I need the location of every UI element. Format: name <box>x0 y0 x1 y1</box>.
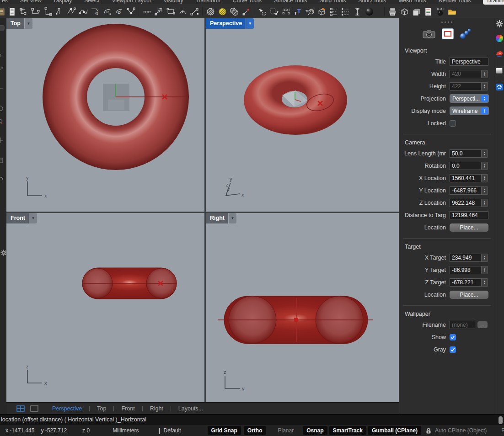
x-location-stepper[interactable]: ▲▼ <box>482 174 488 182</box>
menu-item-subd-tools[interactable]: SubD Tools <box>358 0 386 4</box>
viewport-properties-tab[interactable] <box>442 28 454 39</box>
selection-nodes-icon[interactable] <box>256 5 268 17</box>
viewport-title-label[interactable]: Perspective <box>206 18 246 29</box>
z-target-input[interactable] <box>450 278 482 287</box>
height-stepper[interactable]: ▲▼ <box>482 82 488 90</box>
curve-nodes-2-icon[interactable] <box>77 5 89 17</box>
z-target-stepper[interactable]: ▲▼ <box>482 278 488 287</box>
viewport-title-label[interactable]: Front <box>6 213 29 223</box>
clipped-tool-icon[interactable] <box>0 85 5 91</box>
dimension-height-icon[interactable] <box>351 5 363 17</box>
top-view-canvas[interactable]: y x <box>6 18 204 212</box>
panel-icon[interactable] <box>496 68 503 74</box>
clipped-tool-icon[interactable] <box>0 175 5 181</box>
box-edit-orange-icon[interactable] <box>316 5 327 17</box>
toggle-smarttrack[interactable]: SmartTrack <box>329 426 366 435</box>
tab-perspective[interactable]: Perspective <box>52 405 82 412</box>
dimension-vertical-icon[interactable] <box>42 5 54 17</box>
hatch-yellow-icon[interactable] <box>216 5 228 17</box>
chevron-down-icon[interactable]: ▼ <box>246 18 254 29</box>
clipped-tool-icon[interactable] <box>0 137 5 144</box>
front-view-canvas[interactable]: z x <box>6 213 204 402</box>
command-scrollbar-thumb[interactable] <box>499 416 503 424</box>
curve-nodes-icon[interactable] <box>65 5 77 17</box>
chevron-down-icon[interactable]: ▼ <box>29 213 37 223</box>
spheres-icon[interactable] <box>460 28 472 39</box>
clipped-tool-icon[interactable] <box>0 105 5 112</box>
selection-check-icon[interactable] <box>268 5 280 17</box>
menu-item-render-tools[interactable]: Render Tools <box>439 0 471 4</box>
menu-item-curve-tools[interactable]: Curve Tools <box>233 0 262 4</box>
dimension-2-icon[interactable]: [2] <box>153 5 165 17</box>
box-wireframe-icon[interactable] <box>398 5 410 17</box>
single-pane-layout-icon[interactable] <box>30 405 38 412</box>
viewport-right-title[interactable]: Right ▼ <box>206 213 236 223</box>
current-layer[interactable]: Default <box>163 427 181 434</box>
filename-input[interactable] <box>450 321 475 329</box>
camera-place-button[interactable]: Place... <box>450 223 488 232</box>
display-icon[interactable] <box>496 84 503 90</box>
viewport-perspective[interactable]: Perspective ▼ <box>206 18 399 212</box>
rectangle-nodes-icon[interactable] <box>165 5 177 17</box>
text-object-icon[interactable]: TEXT <box>141 5 153 17</box>
rotation-input[interactable] <box>450 162 482 170</box>
lens-length-stepper[interactable]: ▲▼ <box>482 149 488 158</box>
menu-item-surface-tools[interactable]: Surface Tools <box>274 0 307 4</box>
text-icon[interactable]: TEXT <box>280 5 292 17</box>
chevron-down-icon[interactable]: ▼ <box>229 213 236 223</box>
menu-item[interactable]: es <box>2 0 8 4</box>
x-target-input[interactable] <box>450 254 482 262</box>
viewport-title-label[interactable]: Top <box>6 18 24 29</box>
curve-corner-icon[interactable] <box>125 5 137 17</box>
text-style-blue-icon[interactable]: TT <box>292 5 304 17</box>
layers-stack-icon[interactable] <box>410 5 422 17</box>
polyline-dimension-icon[interactable] <box>54 5 65 17</box>
lock-icon[interactable] <box>426 428 431 434</box>
four-pane-layout-icon[interactable] <box>16 405 25 412</box>
x-target-stepper[interactable]: ▲▼ <box>482 254 488 262</box>
right-view-canvas[interactable]: z y <box>206 213 399 402</box>
toggle-gumball[interactable]: Gumball (CPlane) <box>368 426 421 435</box>
printer-icon[interactable] <box>386 5 398 17</box>
panel-drag-handle[interactable] <box>399 18 494 25</box>
height-input[interactable] <box>450 82 482 90</box>
menu-item-visibility[interactable]: Visibility <box>163 0 183 4</box>
viewport-perspective-title[interactable]: Perspective ▼ <box>206 18 254 29</box>
menu-item-viewport-layout[interactable]: Viewport Layout <box>112 0 151 4</box>
rhino-render-icon[interactable] <box>495 50 504 58</box>
command-line[interactable]: location (offset distance) ( Horizontal … <box>0 414 504 425</box>
menu-item-select[interactable]: Select <box>84 0 99 4</box>
dimension-point-icon[interactable] <box>18 5 30 17</box>
menu-item-transform[interactable]: Transform <box>196 0 220 4</box>
hatch-double-icon[interactable] <box>228 5 240 17</box>
text-find-icon[interactable]: TEXT <box>304 5 316 17</box>
show-checkbox[interactable] <box>450 334 456 340</box>
toggle-ortho[interactable]: Ortho <box>244 426 266 435</box>
title-input[interactable] <box>450 58 488 66</box>
viewport-title-label[interactable]: Right <box>206 213 228 223</box>
chevron-down-icon[interactable]: ▼ <box>25 18 32 29</box>
tab-right[interactable]: Right <box>150 405 163 412</box>
lens-length-input[interactable] <box>450 149 482 158</box>
viewport-top-title[interactable]: Top ▼ <box>6 18 32 29</box>
gear-icon[interactable] <box>496 20 503 27</box>
clipped-tool-icon[interactable] <box>0 25 5 31</box>
width-input[interactable] <box>450 70 482 78</box>
toggle-osnap[interactable]: Osnap <box>303 426 327 435</box>
new-document-icon[interactable] <box>6 5 18 17</box>
viewport-right[interactable]: Right ▼ <box>206 213 399 402</box>
toggle-planar[interactable]: Planar <box>274 426 298 435</box>
color-wheel-icon[interactable] <box>496 35 503 42</box>
units-label[interactable]: Millimeters <box>113 427 139 434</box>
viewport-top[interactable]: Top ▼ <box>6 18 204 212</box>
z-location-input[interactable] <box>450 199 482 207</box>
layer-color-swatch[interactable] <box>159 428 160 434</box>
browse-button[interactable]: ... <box>477 321 488 328</box>
rotation-stepper[interactable]: ▲▼ <box>482 162 488 170</box>
toggle-grid-snap[interactable]: Grid Snap <box>208 426 241 435</box>
clipped-tool-icon[interactable] <box>0 157 5 164</box>
dimension-45-icon[interactable]: 45 <box>89 5 101 17</box>
dimension-diameter-icon[interactable]: Ø <box>113 5 125 17</box>
locked-checkbox[interactable] <box>450 120 456 127</box>
clipped-tool-icon[interactable] <box>0 66 5 72</box>
